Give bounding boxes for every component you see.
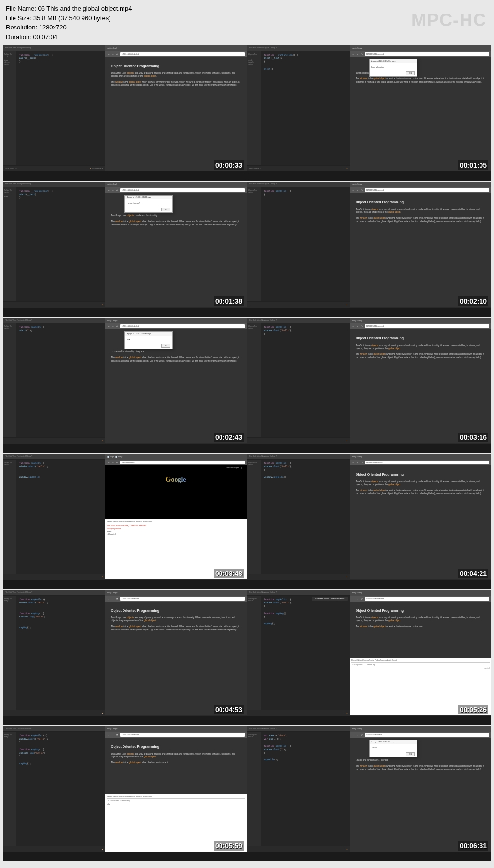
browser-tab: main.js - Simply xyxy=(105,45,247,51)
duration: 00:07:04 xyxy=(33,33,57,41)
thumbnail-grid: File Edit View Navigate Debug ? Working … xyxy=(0,45,494,864)
back-icon: ← xyxy=(107,53,110,56)
thumbnail[interactable]: File Edit View Navigate Debug ? Working … xyxy=(247,454,491,589)
alert-dialog: A page at 127.0.0.1:54534 says: I am a f… xyxy=(124,195,173,213)
forward-icon: → xyxy=(111,53,114,56)
ok-button: OK xyxy=(406,71,415,75)
thumbnail[interactable]: File Edit View Navigate Debug ? Working … xyxy=(3,454,247,589)
thumbnail[interactable]: File Edit View Navigate Debug ? Working … xyxy=(247,182,491,317)
editor-sidebar: Working Thu main.js simply index.h... ma… xyxy=(3,51,16,165)
thumbnail[interactable]: File Edit View Navigate Debug ? Working … xyxy=(3,182,247,317)
thumbnail[interactable]: File Edit View Navigate Debug ? Working … xyxy=(3,45,247,181)
reload-icon: ⟳ xyxy=(116,53,119,56)
resolution: 1280x720 xyxy=(39,24,67,31)
thumbnail[interactable]: File Edit View Navigate Debug ? Working … xyxy=(3,590,247,725)
thumbnail[interactable]: File Edit View Navigate Debug ? Working … xyxy=(247,726,491,861)
editor-menu: File Edit View Navigate Debug ? xyxy=(3,45,105,51)
thumbnail[interactable]: File Edit View Navigate Debug ? Working … xyxy=(247,45,491,181)
thumbnail[interactable]: File Edit View Navigate Debug ? Working … xyxy=(3,318,247,453)
google-page: +You Gmail Images ⋮⋮⋮ Google xyxy=(105,465,247,519)
file-info-header: File Name: 06 This and the global object… xyxy=(0,0,494,45)
code-editor: function __runFunction() { alert(__text)… xyxy=(16,51,105,165)
timestamp: 00:00:33 xyxy=(214,160,244,170)
thumbnail[interactable]: File Edit View Navigate Debug ? Working … xyxy=(247,318,491,453)
app-logo: MPC-HC xyxy=(412,7,487,33)
live-preview-tooltip: Live Preview session - click to disconne… xyxy=(312,597,348,601)
thumbnail[interactable]: File Edit View Navigate Debug ? Working … xyxy=(247,590,491,725)
alert-dialog: A page at 127.0.0.1:54534 says: -Dash OK xyxy=(369,740,417,757)
filesize: 35,8 MB (37 540 960 bytes) xyxy=(33,14,110,22)
thumbnail[interactable]: File Edit View Navigate Debug ? Working … xyxy=(3,726,247,861)
filename: 06 This and the global object.mp4 xyxy=(38,5,132,12)
page-content: Object Oriented Programming JavaScript u… xyxy=(105,57,247,171)
alert-dialog: A page at 127.0.0.1:54534 says: I am a f… xyxy=(369,59,417,77)
alert-dialog: A page at 127.0.0.1:54534 says: hey OK xyxy=(124,331,173,349)
url-bar: 127.0.0.1:54534/index.html xyxy=(120,52,245,56)
